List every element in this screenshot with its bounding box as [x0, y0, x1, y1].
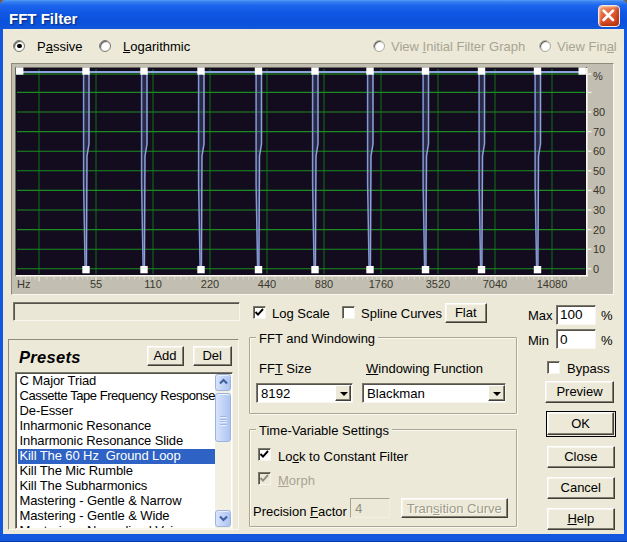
- svg-text:110: 110: [144, 278, 162, 290]
- svg-text:50: 50: [593, 165, 605, 177]
- svg-text:40: 40: [593, 184, 605, 196]
- svg-text:880: 880: [315, 278, 333, 290]
- svg-text:0: 0: [593, 263, 599, 275]
- svg-text:7040: 7040: [483, 278, 507, 290]
- svg-text:220: 220: [201, 278, 219, 290]
- svg-text:3520: 3520: [426, 278, 450, 290]
- svg-text:60: 60: [593, 145, 605, 157]
- svg-text:80: 80: [593, 106, 605, 118]
- svg-text:1760: 1760: [369, 278, 393, 290]
- svg-text:70: 70: [593, 126, 605, 138]
- svg-text:14080: 14080: [537, 278, 568, 290]
- svg-text:55: 55: [90, 278, 102, 290]
- svg-text:10: 10: [593, 243, 605, 255]
- svg-text:Hz: Hz: [17, 278, 30, 290]
- svg-text:30: 30: [593, 204, 605, 216]
- svg-text:440: 440: [258, 278, 276, 290]
- svg-text:20: 20: [593, 224, 605, 236]
- svg-text:%: %: [593, 70, 603, 82]
